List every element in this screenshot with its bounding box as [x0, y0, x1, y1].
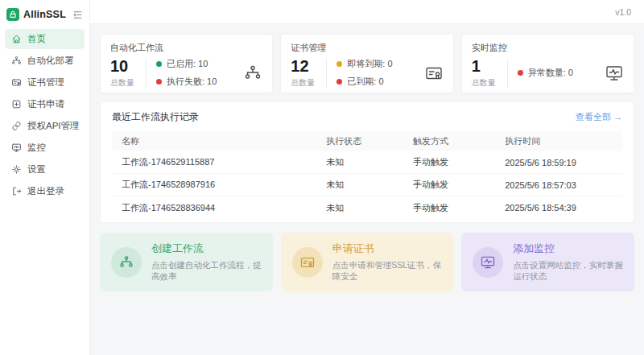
divider — [326, 59, 327, 88]
app-logo-lock-icon — [6, 8, 19, 21]
divider — [146, 59, 147, 88]
metric-abnormal: 异常数量: 0 — [518, 67, 601, 79]
sidebar-item-label: 设置 — [27, 163, 46, 175]
sidebar-item-label: 授权API管理 — [27, 120, 80, 132]
cell-time: 2025/5/6 18:57:03 — [505, 180, 622, 190]
status-dot-green — [156, 61, 162, 67]
stat-title: 证书管理 — [291, 42, 443, 54]
sidebar-item-logout[interactable]: 退出登录 — [5, 181, 85, 201]
sidebar-item-settings[interactable]: 设置 — [5, 159, 85, 180]
cell-name: 工作流-1746529115887 — [112, 156, 326, 168]
stat-total-value: 1 — [472, 57, 507, 75]
table-row[interactable]: 工作流-1746529115887 未知 手动触发 2025/5/6 18:59… — [112, 151, 622, 174]
workflow-icon — [243, 64, 262, 83]
sidebar-item-label: 退出登录 — [27, 185, 64, 197]
stat-total-label: 总数量 — [472, 77, 507, 89]
sidebar-item-cert-apply[interactable]: 证书申请 — [5, 94, 85, 114]
records-table: 名称 执行状态 触发方式 执行时间 工作流-1746529115887 未知 手… — [112, 131, 622, 219]
col-trigger: 触发方式 — [413, 135, 505, 147]
stats-row: 自动化工作流 10 总数量 已启用: 10 执行失败 — [100, 34, 634, 93]
cell-trigger: 手动触发 — [413, 202, 505, 214]
stat-title: 自动化工作流 — [110, 42, 262, 54]
view-all-link[interactable]: 查看全部 → — [576, 111, 622, 123]
table-header: 名称 执行状态 触发方式 执行时间 — [112, 131, 622, 151]
stat-card-monitoring: 实时监控 1 总数量 异常数量: 0 — [461, 34, 634, 93]
add-monitor-card[interactable]: 添加监控 点击设置网站监控，实时掌握运行状态 — [461, 233, 634, 291]
col-status: 执行状态 — [326, 135, 413, 147]
certificate-icon — [292, 247, 323, 278]
sidebar-item-label: 证书管理 — [27, 76, 64, 89]
cell-time: 2025/5/6 18:54:39 — [505, 203, 622, 213]
metric-text: 已到期: 0 — [347, 76, 383, 88]
cell-trigger: 手动触发 — [413, 156, 505, 168]
metric-text: 即将到期: 0 — [347, 58, 392, 70]
action-desc: 点击创建自动化工作流程，提高效率 — [151, 260, 262, 283]
certificate-icon — [424, 64, 444, 83]
stat-title: 实时监控 — [472, 42, 624, 54]
status-dot-red — [518, 70, 523, 76]
stat-total-label: 总数量 — [110, 77, 146, 89]
sidebar-item-auto-deploy[interactable]: 自动化部署 — [5, 51, 85, 71]
divider — [507, 59, 508, 88]
metric-failed: 执行失败: 10 — [156, 76, 240, 88]
action-title: 添加监控 — [513, 241, 623, 256]
cell-name: 工作流-1746528987916 — [112, 179, 326, 191]
sidebar-item-cert-manage[interactable]: 证书管理 — [5, 72, 85, 93]
sidebar-menu: 首页 自动化部署 证书管理 证书申请 — [5, 29, 85, 201]
status-dot-red — [336, 79, 342, 85]
action-desc: 点击申请和管理SSL证书，保障安全 — [332, 260, 443, 283]
monitor-icon — [605, 64, 624, 83]
metric-text: 已启用: 10 — [167, 58, 208, 70]
home-icon — [11, 34, 22, 44]
sidebar-item-label: 首页 — [27, 33, 46, 45]
metric-expiring: 即将到期: 0 — [336, 58, 420, 70]
app-name: AllinSSL — [23, 9, 68, 20]
monitor-icon — [11, 142, 22, 153]
action-title: 申请证书 — [332, 241, 443, 256]
create-workflow-card[interactable]: 创建工作流 点击创建自动化工作流程，提高效率 — [100, 233, 273, 291]
apply-certificate-icon — [11, 99, 22, 109]
cell-status: 未知 — [326, 202, 413, 214]
sidebar-item-label: 证书申请 — [27, 98, 64, 110]
action-title: 创建工作流 — [151, 241, 262, 256]
table-row[interactable]: 工作流-1746528836944 未知 手动触发 2025/5/6 18:54… — [112, 196, 622, 219]
gear-icon — [11, 164, 22, 175]
logo-row: AllinSSL — [5, 6, 85, 29]
sidebar-item-label: 自动化部署 — [27, 55, 74, 67]
records-title: 最近工作流执行记录 — [112, 110, 199, 124]
logout-icon — [11, 186, 22, 196]
content: 自动化工作流 10 总数量 已启用: 10 执行失败 — [90, 24, 644, 355]
workflow-icon — [11, 56, 22, 66]
apply-certificate-card[interactable]: 申请证书 点击申请和管理SSL证书，保障安全 — [281, 233, 454, 291]
status-dot-red — [156, 79, 162, 85]
col-time: 执行时间 — [505, 135, 622, 147]
cell-name: 工作流-1746528836944 — [112, 202, 326, 214]
stat-total-label: 总数量 — [291, 77, 326, 89]
sidebar-item-api-manage[interactable]: 授权API管理 — [5, 116, 85, 136]
stat-total-value: 10 — [110, 57, 146, 75]
api-link-icon — [11, 121, 22, 131]
app-version: v1.0 — [615, 7, 631, 17]
sidebar-item-monitor[interactable]: 监控 — [5, 138, 85, 158]
sidebar-item-home[interactable]: 首页 — [5, 29, 85, 49]
stat-card-certificates: 证书管理 12 总数量 即将到期: 0 已到期: 0 — [280, 34, 453, 93]
sidebar-item-label: 监控 — [27, 142, 46, 154]
monitor-icon — [473, 247, 503, 278]
cell-status: 未知 — [326, 179, 413, 191]
metric-text: 执行失败: 10 — [167, 76, 217, 88]
certificate-icon — [11, 77, 22, 88]
cell-status: 未知 — [326, 156, 413, 168]
cell-trigger: 手动触发 — [413, 179, 505, 191]
workflow-icon — [111, 247, 142, 278]
top-bar: v1.0 — [90, 0, 644, 24]
main-area: v1.0 自动化工作流 10 总数量 已启用: 10 — [90, 0, 644, 355]
records-card: 最近工作流执行记录 查看全部 → 名称 执行状态 触发方式 执行时间 工作流-1… — [100, 101, 634, 223]
status-dot-yellow — [336, 61, 342, 67]
metric-text: 异常数量: 0 — [528, 67, 573, 79]
stat-card-workflows: 自动化工作流 10 总数量 已启用: 10 执行失败 — [100, 34, 273, 93]
metric-expired: 已到期: 0 — [336, 76, 420, 88]
sidebar: AllinSSL 首页 自动化部署 — [0, 0, 90, 355]
sidebar-collapse-icon[interactable] — [72, 10, 83, 20]
actions-row: 创建工作流 点击创建自动化工作流程，提高效率 申请证书 点击申请和管理SSL证书… — [100, 233, 634, 291]
table-row[interactable]: 工作流-1746528987916 未知 手动触发 2025/5/6 18:57… — [112, 174, 622, 196]
